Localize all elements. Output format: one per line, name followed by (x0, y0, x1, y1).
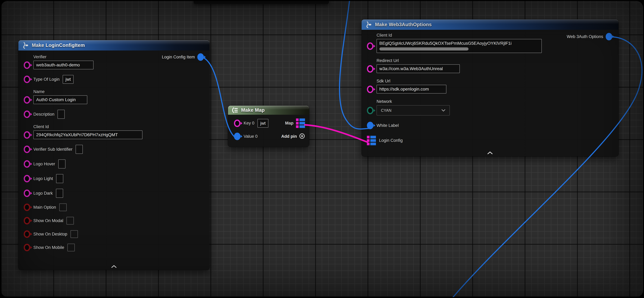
value-0-pin[interactable] (234, 133, 240, 140)
client-id-pin[interactable] (24, 131, 30, 139)
pin-row-description: Description (24, 110, 205, 119)
pin-row-white-label: White Label (367, 122, 614, 129)
logo-hover-pin[interactable] (24, 160, 30, 168)
pin-row-show-on-mobile: Show On Mobile (24, 244, 205, 252)
make-struct-icon (22, 42, 29, 49)
redirect-url-pin[interactable] (367, 65, 374, 73)
pin-row-key-0: Key 0 jwt Map (234, 118, 305, 128)
verifier-sub-identifier-pin[interactable] (24, 146, 30, 153)
client-id-input[interactable]: 294QRkchfq2YaXUbPri7D6PH7xzHgQMT (33, 130, 142, 139)
blueprint-graph-screenshot: Make LoginConfigItem Login Config Item V… (0, 0, 644, 298)
node-make-web3auth-options[interactable]: Make Web3AuthOptions Web 3Auth Options C… (362, 20, 618, 156)
pin-label: Verifier (33, 54, 94, 60)
logo-dark-pin[interactable] (24, 190, 30, 197)
container-list-icon (232, 107, 238, 114)
logo-hover-input[interactable] (58, 160, 66, 168)
client-id-pin[interactable] (367, 42, 374, 50)
pin-row-client-id: Client Id 294QRkchfq2YaXUbPri7D6PH7xzHgQ… (24, 124, 205, 139)
show-on-modal-checkbox[interactable] (66, 217, 74, 224)
pin-row-value-0: Value 0 Add pin (234, 133, 305, 140)
verifier-sub-identifier-input[interactable] (76, 145, 83, 154)
pin-row-sdk-url: Sdk Url https://sdk.openlogin.com (367, 79, 614, 94)
pin-row-main-option: Main Option (24, 204, 205, 211)
show-on-mobile-pin[interactable] (24, 244, 30, 251)
node-header[interactable]: Make Map (228, 106, 309, 115)
show-on-modal-pin[interactable] (24, 217, 30, 224)
description-pin[interactable] (24, 110, 30, 118)
name-pin[interactable] (24, 96, 30, 104)
logo-light-pin[interactable] (24, 175, 30, 182)
pin-row-show-on-modal: Show On Modal (24, 217, 205, 224)
client-id-scrollbar[interactable] (379, 48, 539, 50)
pin-row-login-config: Login Config (367, 136, 614, 145)
name-input[interactable]: Auth0 Custom Login (33, 96, 87, 104)
key-0-pin[interactable] (234, 120, 240, 127)
sdk-url-pin[interactable] (367, 86, 374, 93)
pin-row-network: Network CYAN (367, 99, 614, 116)
node-header[interactable]: Make LoginConfigItem (18, 40, 210, 50)
chevron-down-icon (442, 109, 446, 112)
network-pin[interactable] (367, 107, 374, 114)
pin-row-verifier: Verifier web3auth-auth0-demo (24, 54, 205, 69)
pin-row-show-on-desktop: Show On Desktop (24, 230, 205, 238)
chevron-up-icon[interactable] (487, 151, 493, 155)
client-id-input[interactable]: BEglQSgt4cUWcj6SKRdu5QkOXTsePmMcusG5EAoy… (376, 39, 542, 53)
node-title: Make Web3AuthOptions (375, 22, 432, 28)
node-header[interactable]: Make Web3AuthOptions (362, 20, 618, 30)
map-output-label: Map (285, 121, 294, 126)
map-output-pin[interactable] (296, 118, 305, 128)
pin-row-redirect-url: Redirect Url w3a://com.w3a.Web3AuthUnrea… (367, 58, 614, 73)
wire-map-to-login-config (305, 125, 368, 142)
pin-row-logo-light: Logo Light (24, 174, 205, 183)
make-struct-icon (365, 21, 372, 28)
description-input[interactable] (58, 110, 65, 119)
pin-row-logo-hover: Logo Hover (24, 160, 205, 168)
plus-circle-icon (299, 133, 305, 140)
node-make-map[interactable]: Make Map Key 0 jwt Map (228, 106, 309, 147)
pin-row-logo-dark: Logo Dark (24, 189, 205, 198)
main-option-pin[interactable] (24, 204, 30, 211)
key-0-input[interactable]: jwt (258, 119, 268, 128)
login-config-pin[interactable] (367, 136, 376, 145)
show-on-mobile-checkbox[interactable] (67, 244, 75, 252)
node-make-login-config-item[interactable]: Make LoginConfigItem Login Config Item V… (18, 40, 210, 270)
node-title: Make LoginConfigItem (32, 42, 85, 48)
redirect-url-input[interactable]: w3a://com.w3a.Web3AuthUnreal (376, 64, 460, 73)
chevron-up-icon[interactable] (111, 265, 117, 269)
blueprint-graph-canvas[interactable]: Make LoginConfigItem Login Config Item V… (1, 1, 643, 297)
node-title: Make Map (241, 108, 265, 113)
pin-row-client-id: Client Id BEglQSgt4cUWcj6SKRdu5QkOXTsePm… (367, 33, 614, 53)
logo-light-input[interactable] (56, 174, 63, 183)
show-on-desktop-checkbox[interactable] (70, 230, 78, 238)
network-dropdown-value: CYAN (381, 108, 392, 113)
type-of-login-pin[interactable] (24, 76, 30, 83)
sdk-url-input[interactable]: https://sdk.openlogin.com (376, 85, 446, 94)
white-label-pin[interactable] (367, 122, 374, 129)
pin-row-verifier-sub-identifier: Verifier Sub Identifier (24, 145, 205, 154)
verifier-input[interactable]: web3auth-auth0-demo (33, 61, 94, 69)
main-option-checkbox[interactable] (59, 204, 67, 211)
logo-dark-input[interactable] (56, 189, 63, 198)
pin-row-type-of-login: Type Of Login jwt (24, 75, 205, 84)
show-on-desktop-pin[interactable] (24, 230, 30, 238)
verifier-pin[interactable] (24, 62, 30, 69)
add-pin-button[interactable]: Add pin (281, 133, 305, 140)
pin-row-name: Name Auth0 Custom Login (24, 89, 205, 104)
type-of-login-input[interactable]: jwt (63, 75, 74, 84)
network-dropdown[interactable]: CYAN (376, 105, 450, 116)
offscreen-node-bottom-edge[interactable] (194, 1, 329, 4)
